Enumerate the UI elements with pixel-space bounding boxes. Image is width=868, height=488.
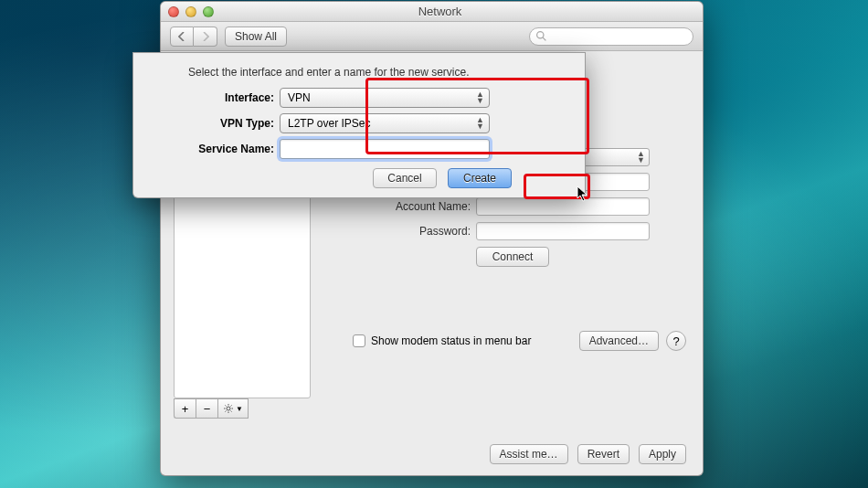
create-button[interactable]: Create	[448, 168, 512, 188]
cancel-button[interactable]: Cancel	[373, 168, 437, 188]
service-name-label: Service Name:	[152, 143, 280, 155]
show-modem-label: Show modem status in menu bar	[371, 334, 531, 347]
search-input[interactable]	[529, 27, 693, 46]
svg-line-8	[231, 411, 232, 412]
search-icon	[535, 30, 547, 42]
show-all-button[interactable]: Show All	[225, 27, 287, 47]
sheet-title: Select the interface and enter a name fo…	[152, 66, 566, 79]
forward-button[interactable]	[194, 27, 217, 47]
remove-service-button[interactable]: −	[196, 398, 217, 419]
interface-select[interactable]: VPN▲▼	[280, 88, 490, 108]
svg-point-0	[537, 31, 544, 37]
account-label: Account Name:	[325, 200, 476, 213]
svg-line-9	[225, 411, 226, 412]
help-button[interactable]: ?	[666, 331, 686, 351]
apply-button[interactable]: Apply	[639, 444, 686, 464]
interface-label: Interface:	[152, 91, 280, 104]
add-service-button[interactable]: +	[174, 398, 196, 419]
svg-point-2	[227, 407, 230, 410]
gear-icon	[223, 403, 234, 414]
new-service-sheet: Select the interface and enter a name fo…	[132, 52, 586, 198]
advanced-button[interactable]: Advanced…	[579, 331, 659, 351]
sidebar-actions: + − ▼	[174, 398, 249, 419]
password-label: Password:	[325, 225, 476, 238]
show-modem-checkbox[interactable]	[353, 334, 365, 347]
assist-button[interactable]: Assist me…	[490, 444, 568, 464]
svg-line-7	[225, 405, 226, 406]
revert-button[interactable]: Revert	[577, 444, 630, 464]
service-name-input[interactable]	[280, 139, 490, 159]
cursor-icon	[577, 186, 589, 202]
titlebar: Network	[161, 2, 703, 22]
window-title: Network	[177, 5, 703, 18]
action-menu-button[interactable]: ▼	[217, 398, 249, 419]
password-input[interactable]	[476, 222, 650, 240]
vpn-type-select[interactable]: L2TP over IPSec▲▼	[280, 113, 490, 133]
svg-line-1	[543, 37, 545, 40]
account-input[interactable]	[476, 197, 650, 216]
vpn-type-label: VPN Type:	[152, 117, 280, 130]
back-button[interactable]	[170, 27, 194, 47]
toolbar: Show All	[161, 22, 703, 51]
svg-line-10	[231, 405, 232, 406]
bottom-bar: Assist me… Revert Apply	[161, 444, 703, 464]
connect-button[interactable]: Connect	[476, 247, 549, 267]
